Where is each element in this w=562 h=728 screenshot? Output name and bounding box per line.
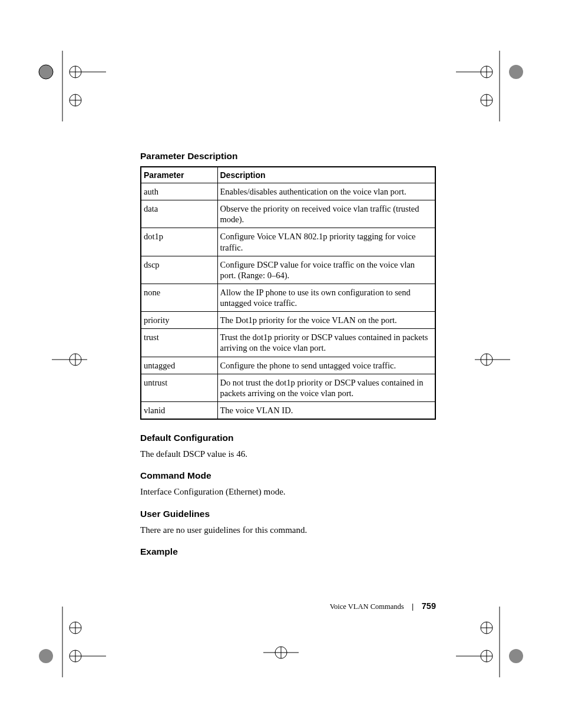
heading-command-mode: Command Mode [140,470,436,481]
th-parameter: Parameter [141,167,217,183]
crop-mark-icon [35,607,106,677]
table-row: auth Enables/disables authentication on … [141,183,435,200]
cell-parameter: priority [141,312,217,329]
footer-chapter: Voice VLAN Commands [330,602,404,611]
table-row: none Allow the IP phone to use its own c… [141,284,435,311]
cell-description: Configure DSCP value for voice traffic o… [217,256,435,284]
cell-parameter: untrust [141,374,217,401]
cell-description: Trust the dot1p priority or DSCP values … [217,329,435,357]
crop-mark-icon [52,348,87,371]
table-row: data Observe the priority on received vo… [141,200,435,228]
heading-user-guidelines: User Guidelines [140,509,436,519]
footer-page-number: 759 [422,601,436,611]
cell-description: Configure Voice VLAN 802.1p priority tag… [217,228,435,256]
svg-point-11 [481,66,492,78]
cell-parameter: auth [141,183,217,200]
svg-point-28 [70,622,81,634]
heading-example: Example [140,546,436,557]
table-row: untagged Configure the phone to send unt… [141,357,435,374]
crop-mark-icon [456,607,527,677]
table-row: dot1p Configure Voice VLAN 802.1p priori… [141,228,435,256]
svg-point-36 [481,622,492,634]
crop-mark-icon [456,51,527,121]
heading-default-configuration: Default Configuration [140,433,436,443]
svg-point-6 [70,94,81,106]
cell-parameter: dscp [141,256,217,284]
svg-point-20 [481,354,492,365]
text-command-mode: Interface Configuration (Ethernet) mode. [140,486,436,498]
cell-parameter: trust [141,329,217,357]
cell-description: Do not trust the dot1p priority or DSCP … [217,374,435,401]
cell-parameter: none [141,284,217,311]
parameter-table: Parameter Description auth Enables/disab… [140,166,436,420]
cell-parameter: untagged [141,357,217,374]
cell-description: Allow the IP phone to use its own config… [217,284,435,311]
crop-mark-icon [475,348,510,371]
cell-parameter: data [141,200,217,228]
heading-parameter-description: Parameter Description [140,151,436,162]
svg-point-0 [39,65,53,79]
th-description: Description [217,167,435,183]
svg-point-1 [39,65,53,79]
svg-point-17 [70,354,81,365]
crop-mark-icon [263,641,299,664]
crop-mark-icon [35,51,106,121]
table-row: priority The Dot1p priority for the voic… [141,312,435,329]
svg-point-39 [275,647,287,658]
cell-description: Observe the priority on received voice v… [217,200,435,228]
cell-description: Enables/disables authentication on the v… [217,183,435,200]
table-row: dscp Configure DSCP value for voice traf… [141,256,435,284]
cell-description: The voice VLAN ID. [217,401,435,419]
table-row: trust Trust the dot1p priority or DSCP v… [141,329,435,357]
text-user-guidelines: There are no user guidelines for this co… [140,524,436,536]
table-row: vlanid The voice VLAN ID. [141,401,435,419]
svg-point-23 [39,649,53,663]
page-content: Parameter Description Parameter Descript… [140,151,436,562]
page-footer: Voice VLAN Commands | 759 [0,601,436,611]
footer-separator: | [412,602,414,611]
svg-point-33 [481,650,492,662]
table-header-row: Parameter Description [141,167,435,183]
svg-point-25 [70,650,81,662]
svg-point-31 [509,649,523,663]
svg-point-3 [70,66,81,78]
svg-point-9 [509,65,523,79]
cell-description: Configure the phone to send untagged voi… [217,357,435,374]
text-default-configuration: The default DSCP value is 46. [140,448,436,460]
cell-parameter: vlanid [141,401,217,419]
cell-description: The Dot1p priority for the voice VLAN on… [217,312,435,329]
table-row: untrust Do not trust the dot1p priority … [141,374,435,401]
svg-point-14 [481,94,492,106]
cell-parameter: dot1p [141,228,217,256]
